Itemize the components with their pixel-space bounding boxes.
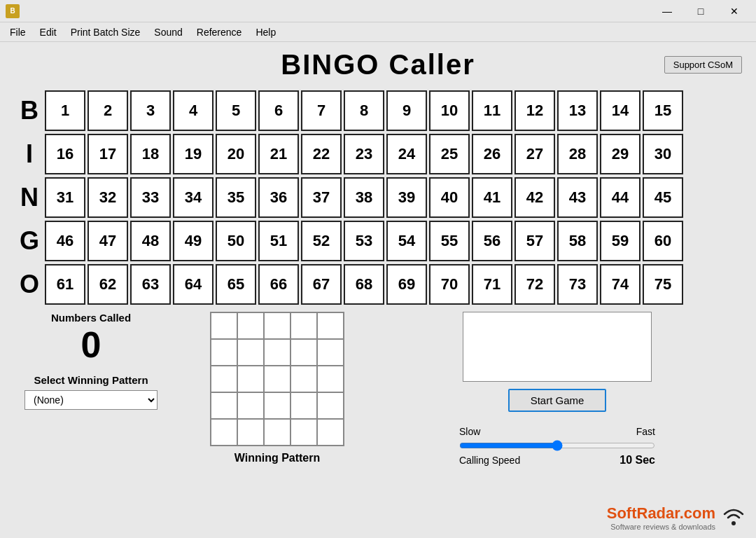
cell-42[interactable]: 42 <box>514 177 555 218</box>
bingo-row-o: O 61 62 63 64 65 66 67 68 69 70 71 72 73… <box>14 264 742 305</box>
cell-48[interactable]: 48 <box>130 221 171 261</box>
menu-file[interactable]: File <box>3 24 33 41</box>
cell-6[interactable]: 6 <box>258 90 299 131</box>
watermark: SoftRadar.com Software reviews & downloa… <box>607 502 746 532</box>
cell-24[interactable]: 24 <box>386 134 427 174</box>
cell-57[interactable]: 57 <box>514 221 555 261</box>
cell-44[interactable]: 44 <box>600 177 640 218</box>
cell-11[interactable]: 11 <box>472 90 512 131</box>
cell-39[interactable]: 39 <box>386 177 427 218</box>
cell-13[interactable]: 13 <box>557 90 598 131</box>
cell-46[interactable]: 46 <box>45 221 85 261</box>
cell-56[interactable]: 56 <box>472 221 512 261</box>
cell-29[interactable]: 29 <box>600 134 640 174</box>
cell-33[interactable]: 33 <box>130 177 171 218</box>
cell-68[interactable]: 68 <box>344 264 384 305</box>
cell-23[interactable]: 23 <box>344 134 384 174</box>
cell-58[interactable]: 58 <box>557 221 598 261</box>
cell-50[interactable]: 50 <box>216 221 256 261</box>
cell-72[interactable]: 72 <box>514 264 555 305</box>
cell-35[interactable]: 35 <box>216 177 256 218</box>
cell-16[interactable]: 16 <box>45 134 85 174</box>
cell-41[interactable]: 41 <box>472 177 512 218</box>
cell-60[interactable]: 60 <box>643 221 683 261</box>
cell-70[interactable]: 70 <box>429 264 470 305</box>
cell-31[interactable]: 31 <box>45 177 85 218</box>
cell-69[interactable]: 69 <box>386 264 427 305</box>
cell-47[interactable]: 47 <box>88 221 128 261</box>
close-button[interactable]: ✕ <box>718 1 750 22</box>
cell-32[interactable]: 32 <box>88 177 128 218</box>
cell-38[interactable]: 38 <box>344 177 384 218</box>
cell-26[interactable]: 26 <box>472 134 512 174</box>
cell-5[interactable]: 5 <box>216 90 256 131</box>
cell-37[interactable]: 37 <box>301 177 342 218</box>
cell-34[interactable]: 34 <box>173 177 214 218</box>
cell-53[interactable]: 53 <box>344 221 384 261</box>
cell-66[interactable]: 66 <box>258 264 299 305</box>
cell-12[interactable]: 12 <box>514 90 555 131</box>
cell-28[interactable]: 28 <box>557 134 598 174</box>
menu-print-batch-size[interactable]: Print Batch Size <box>64 24 148 41</box>
cell-74[interactable]: 74 <box>600 264 640 305</box>
minimize-button[interactable]: — <box>651 1 683 22</box>
cell-43[interactable]: 43 <box>557 177 598 218</box>
wifi-icon <box>721 502 746 532</box>
pattern-select[interactable]: (None) Any One Line Two Lines Full House… <box>24 390 158 410</box>
menu-sound[interactable]: Sound <box>147 24 189 41</box>
cell-40[interactable]: 40 <box>429 177 470 218</box>
wc-2-4 <box>290 339 317 366</box>
cell-51[interactable]: 51 <box>258 221 299 261</box>
cell-21[interactable]: 21 <box>258 134 299 174</box>
cell-17[interactable]: 17 <box>88 134 128 174</box>
cell-67[interactable]: 67 <box>301 264 342 305</box>
cell-15[interactable]: 15 <box>643 90 683 131</box>
cell-1[interactable]: 1 <box>45 90 85 131</box>
wc-3-1 <box>211 366 237 392</box>
cell-36[interactable]: 36 <box>258 177 299 218</box>
cell-45[interactable]: 45 <box>643 177 683 218</box>
cell-3[interactable]: 3 <box>130 90 171 131</box>
menu-bar: File Edit Print Batch Size Sound Referen… <box>0 22 756 42</box>
cell-22[interactable]: 22 <box>301 134 342 174</box>
cell-27[interactable]: 27 <box>514 134 555 174</box>
cell-14[interactable]: 14 <box>600 90 640 131</box>
cell-25[interactable]: 25 <box>429 134 470 174</box>
cell-4[interactable]: 4 <box>173 90 214 131</box>
cell-59[interactable]: 59 <box>600 221 640 261</box>
watermark-logo: SoftRadar.com <box>607 504 715 523</box>
menu-help[interactable]: Help <box>248 24 283 41</box>
bingo-row-g: G 46 47 48 49 50 51 52 53 54 55 56 57 58… <box>14 221 742 261</box>
cell-54[interactable]: 54 <box>386 221 427 261</box>
cell-61[interactable]: 61 <box>45 264 85 305</box>
cell-8[interactable]: 8 <box>344 90 384 131</box>
menu-edit[interactable]: Edit <box>33 24 64 41</box>
cell-63[interactable]: 63 <box>130 264 171 305</box>
cell-71[interactable]: 71 <box>472 264 512 305</box>
cell-55[interactable]: 55 <box>429 221 470 261</box>
menu-reference[interactable]: Reference <box>190 24 249 41</box>
cell-49[interactable]: 49 <box>173 221 214 261</box>
cell-20[interactable]: 20 <box>216 134 256 174</box>
cell-18[interactable]: 18 <box>130 134 171 174</box>
speed-labels: Slow Fast <box>459 426 655 437</box>
cell-73[interactable]: 73 <box>557 264 598 305</box>
watermark-sub: Software reviews & downloads <box>607 523 715 531</box>
cell-19[interactable]: 19 <box>173 134 214 174</box>
speed-slider[interactable] <box>459 440 655 451</box>
cell-10[interactable]: 10 <box>429 90 470 131</box>
cell-52[interactable]: 52 <box>301 221 342 261</box>
wc-5-4 <box>290 419 317 446</box>
cell-62[interactable]: 62 <box>88 264 128 305</box>
cell-30[interactable]: 30 <box>643 134 683 174</box>
support-button[interactable]: Support CSoM <box>664 56 742 74</box>
cell-65[interactable]: 65 <box>216 264 256 305</box>
cell-64[interactable]: 64 <box>173 264 214 305</box>
maximize-button[interactable]: □ <box>685 1 717 22</box>
cell-7[interactable]: 7 <box>301 90 342 131</box>
cell-75[interactable]: 75 <box>643 264 683 305</box>
cell-2[interactable]: 2 <box>88 90 128 131</box>
start-game-button[interactable]: Start Game <box>508 389 607 412</box>
cell-9[interactable]: 9 <box>386 90 427 131</box>
left-panel: Numbers Called 0 Select Winning Pattern … <box>14 312 168 467</box>
